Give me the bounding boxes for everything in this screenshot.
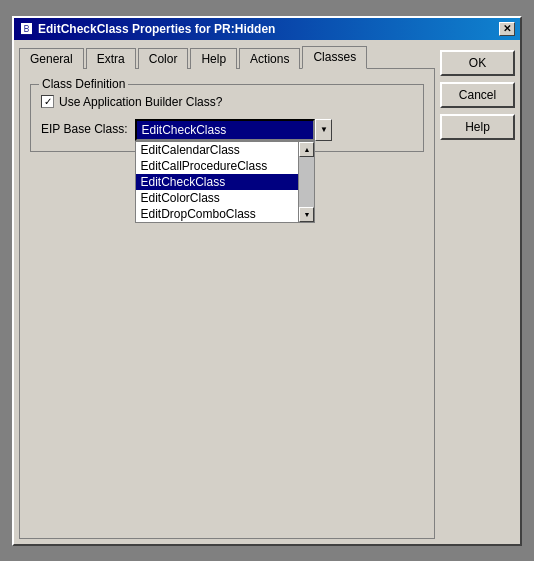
dropdown-control: EditCheckClass ▼ [135,119,332,141]
use-app-builder-label: Use Application Builder Class? [59,95,222,109]
class-definition-group: Class Definition ✓ Use Application Build… [30,84,424,152]
tab-color[interactable]: Color [138,48,189,69]
dropdown-scrollbar: ▲ ▼ [298,142,314,222]
eip-base-class-label: EIP Base Class: [41,119,127,136]
main-area: General Extra Color Help Actions Classes [19,45,435,539]
tab-classes[interactable]: Classes [302,46,367,69]
eip-dropdown-wrapper: EditCheckClass ▼ EditCalendarClass EditC… [135,119,332,141]
help-button[interactable]: Help [440,114,515,140]
tab-actions[interactable]: Actions [239,48,300,69]
ok-button[interactable]: OK [440,50,515,76]
use-app-builder-row: ✓ Use Application Builder Class? [41,95,413,109]
app-icon: 🅱 [19,22,33,36]
group-box-label: Class Definition [39,77,128,91]
dropdown-item-3[interactable]: EditColorClass [136,190,298,206]
scroll-track [299,157,314,207]
dropdown-arrow-button[interactable]: ▼ [315,119,332,141]
eip-base-class-row: EIP Base Class: EditCheckClass ▼ EditCa [41,119,413,141]
dropdown-list: EditCalendarClass EditCallProcedureClass… [135,141,315,223]
tab-content-classes: Class Definition ✓ Use Application Build… [19,68,435,539]
tab-extra[interactable]: Extra [86,48,136,69]
tab-bar: General Extra Color Help Actions Classes [19,45,435,68]
button-panel: OK Cancel Help [440,45,515,539]
dropdown-item-4[interactable]: EditDropComboClass [136,206,298,222]
dropdown-item-0[interactable]: EditCalendarClass [136,142,298,158]
dropdown-item-1[interactable]: EditCallProcedureClass [136,158,298,174]
title-bar-left: 🅱 EditCheckClass Properties for PR:Hidde… [19,22,275,36]
dialog-window: 🅱 EditCheckClass Properties for PR:Hidde… [12,16,522,546]
scroll-up-button[interactable]: ▲ [299,142,314,157]
dropdown-list-inner: EditCalendarClass EditCallProcedureClass… [136,142,314,222]
tab-general[interactable]: General [19,48,84,69]
scroll-down-button[interactable]: ▼ [299,207,314,222]
dialog-title: EditCheckClass Properties for PR:Hidden [38,22,275,36]
dropdown-item-2[interactable]: EditCheckClass [136,174,298,190]
cancel-button[interactable]: Cancel [440,82,515,108]
dropdown-selected-value[interactable]: EditCheckClass [135,119,315,141]
use-app-builder-checkbox[interactable]: ✓ [41,95,54,108]
tab-help[interactable]: Help [190,48,237,69]
dialog-body: General Extra Color Help Actions Classes [14,40,520,544]
title-bar: 🅱 EditCheckClass Properties for PR:Hidde… [14,18,520,40]
close-button[interactable]: ✕ [499,22,515,36]
